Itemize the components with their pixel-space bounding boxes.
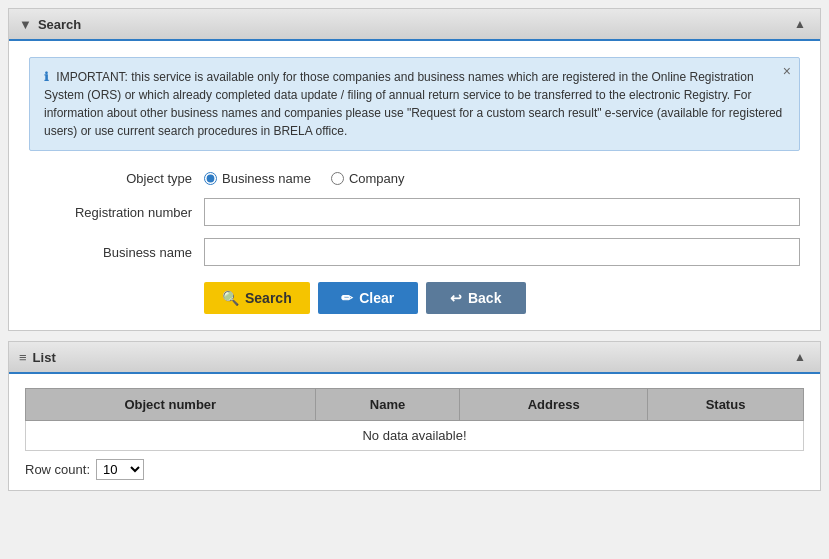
filter-icon: ▼ <box>19 17 32 32</box>
radio-business-name[interactable] <box>204 172 217 185</box>
radio-company-option[interactable]: Company <box>331 171 405 186</box>
list-icon: ≡ <box>19 350 27 365</box>
row-count-label: Row count: <box>25 462 90 477</box>
col-status: Status <box>648 389 804 421</box>
info-box: ℹ IMPORTANT: this service is available o… <box>29 57 800 151</box>
search-panel: ▼ Search ▲ ℹ IMPORTANT: this service is … <box>8 8 821 331</box>
business-name-row: Business name <box>29 238 800 266</box>
search-panel-header: ▼ Search ▲ <box>9 9 820 41</box>
info-message-text: IMPORTANT: this service is available onl… <box>44 70 782 138</box>
list-panel-toggle[interactable]: ▲ <box>790 348 810 366</box>
business-name-label: Business name <box>29 245 204 260</box>
radio-company[interactable] <box>331 172 344 185</box>
table-wrapper: Object number Name Address Status No dat… <box>9 374 820 490</box>
object-type-row: Object type Business name Company <box>29 171 800 186</box>
row-count-row: Row count: 10 25 50 100 <box>25 459 804 480</box>
back-icon: ↩ <box>450 290 462 306</box>
business-name-input[interactable] <box>204 238 800 266</box>
info-close-button[interactable]: × <box>783 64 791 78</box>
no-data-message: No data available! <box>26 421 804 451</box>
button-row: 🔍 Search ✏ Clear ↩ Back <box>29 282 800 314</box>
close-icon: × <box>783 63 791 79</box>
info-icon: ℹ <box>44 70 49 84</box>
list-title-text: List <box>33 350 56 365</box>
list-panel-header: ≡ List ▲ <box>9 342 820 374</box>
col-name: Name <box>315 389 460 421</box>
list-toggle-icon: ▲ <box>794 350 806 364</box>
search-icon: 🔍 <box>222 290 239 306</box>
page-wrapper: ▼ Search ▲ ℹ IMPORTANT: this service is … <box>0 0 829 559</box>
search-toggle-icon: ▲ <box>794 17 806 31</box>
registration-number-row: Registration number <box>29 198 800 226</box>
clear-button-label: Clear <box>359 290 394 306</box>
radio-company-label: Company <box>349 171 405 186</box>
search-button[interactable]: 🔍 Search <box>204 282 310 314</box>
registration-number-label: Registration number <box>29 205 204 220</box>
table-header-row: Object number Name Address Status <box>26 389 804 421</box>
list-panel-title: ≡ List <box>19 350 56 365</box>
search-panel-body: ℹ IMPORTANT: this service is available o… <box>9 41 820 330</box>
col-address: Address <box>460 389 648 421</box>
search-title-text: Search <box>38 17 81 32</box>
object-type-radio-group: Business name Company <box>204 171 800 186</box>
search-button-label: Search <box>245 290 292 306</box>
col-object-number: Object number <box>26 389 316 421</box>
radio-business-name-label: Business name <box>222 171 311 186</box>
clear-button[interactable]: ✏ Clear <box>318 282 418 314</box>
back-button-label: Back <box>468 290 501 306</box>
search-panel-toggle[interactable]: ▲ <box>790 15 810 33</box>
object-type-label: Object type <box>29 171 204 186</box>
radio-business-name-option[interactable]: Business name <box>204 171 311 186</box>
registration-number-input[interactable] <box>204 198 800 226</box>
no-data-row: No data available! <box>26 421 804 451</box>
clear-icon: ✏ <box>341 290 353 306</box>
data-table: Object number Name Address Status No dat… <box>25 388 804 451</box>
back-button[interactable]: ↩ Back <box>426 282 526 314</box>
row-count-select[interactable]: 10 25 50 100 <box>96 459 144 480</box>
list-panel: ≡ List ▲ Object number Name Address Stat… <box>8 341 821 491</box>
search-panel-title: ▼ Search <box>19 17 81 32</box>
